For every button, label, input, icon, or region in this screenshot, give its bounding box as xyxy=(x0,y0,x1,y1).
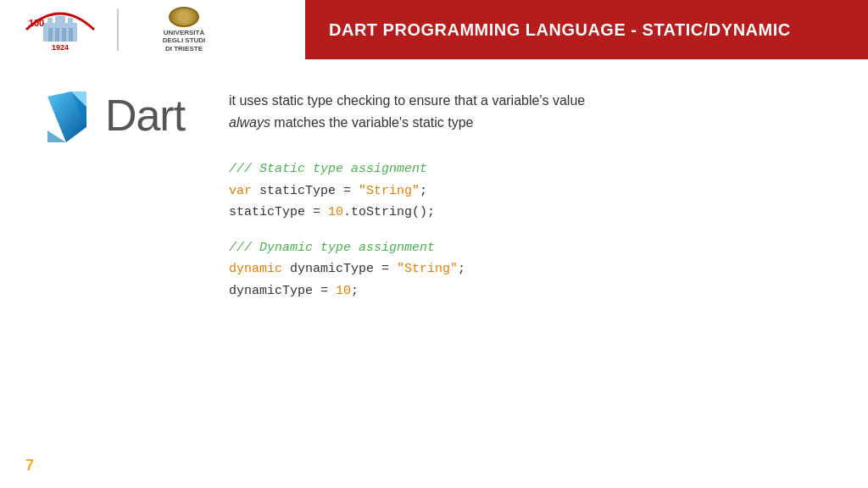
static-line1-rest: staticType = xyxy=(252,184,359,198)
right-section: it uses static type checking to ensure t… xyxy=(229,76,843,315)
dart-logo-container: Dart xyxy=(36,85,185,146)
dynamic-line2-end: ; xyxy=(351,284,359,298)
dynamic-line1-string: "String" xyxy=(397,262,458,276)
svg-text:100: 100 xyxy=(29,18,44,28)
static-line2-pre: staticType = xyxy=(229,205,328,219)
dynamic-keyword: dynamic xyxy=(229,262,282,276)
dynamic-line2: dynamicType = 10; xyxy=(229,280,843,302)
code-block: /// Static type assignment var staticTyp… xyxy=(229,158,843,315)
static-line2-method: .toString(); xyxy=(343,205,435,219)
static-line1-end: ; xyxy=(420,184,427,198)
svg-text:1924: 1924 xyxy=(52,43,69,52)
dynamic-code-section: /// Dynamic type assignment dynamic dyna… xyxy=(229,237,843,302)
dynamic-comment: /// Dynamic type assignment xyxy=(229,241,435,255)
svg-rect-5 xyxy=(48,28,53,42)
header-title: DART PROGRAMMING LANGUAGE - STATIC/DYNAM… xyxy=(329,20,791,40)
static-line1-string: "String" xyxy=(359,184,420,198)
logo-university: UNIVERSITÀ DEGLI STUDI DI TRIESTE xyxy=(129,7,239,53)
logo-divider xyxy=(117,8,119,51)
svg-rect-7 xyxy=(62,28,66,42)
svg-rect-3 xyxy=(68,18,73,25)
static-comment-line: /// Static type assignment xyxy=(229,158,843,180)
static-line1: var staticType = "String"; xyxy=(229,180,843,202)
logo-100-box: 1924 100 xyxy=(14,4,107,55)
university-name: UNIVERSITÀ DEGLI STUDI DI TRIESTE xyxy=(163,29,206,53)
svg-rect-6 xyxy=(55,28,59,42)
dart-logo-icon xyxy=(36,85,97,146)
header: 1924 100 UNIVERSITÀ DEGLI STUDI DI TRIES… xyxy=(0,0,868,59)
description-italic: always xyxy=(229,115,270,130)
header-title-bar: DART PROGRAMMING LANGUAGE - STATIC/DYNAM… xyxy=(305,0,868,59)
header-logos: 1924 100 UNIVERSITÀ DEGLI STUDI DI TRIES… xyxy=(0,4,305,55)
university-emblem xyxy=(169,7,199,27)
svg-rect-8 xyxy=(69,28,73,42)
description-text-before: it uses static type checking to ensure t… xyxy=(229,93,585,108)
page-number: 7 xyxy=(25,457,34,474)
static-comment: /// Static type assignment xyxy=(229,162,427,176)
main-content: Dart it uses static type checking to ens… xyxy=(0,59,868,332)
logo-100-icon: 1924 100 xyxy=(18,6,103,53)
description-text-after: matches the variable's static type xyxy=(270,115,474,130)
dynamic-line2-number: 10 xyxy=(336,284,351,298)
dynamic-line1-rest: dynamicType = xyxy=(282,262,397,276)
static-line2: staticType = 10.toString(); xyxy=(229,202,843,224)
svg-rect-4 xyxy=(55,16,65,25)
dart-wordmark: Dart xyxy=(105,90,185,141)
static-code-section: /// Static type assignment var staticTyp… xyxy=(229,158,843,224)
static-line2-number: 10 xyxy=(328,205,343,219)
dynamic-line1: dynamic dynamicType = "String"; xyxy=(229,258,843,280)
dynamic-line1-end: ; xyxy=(458,262,465,276)
description-paragraph: it uses static type checking to ensure t… xyxy=(229,90,593,133)
svg-rect-2 xyxy=(47,18,53,25)
left-section: Dart xyxy=(25,76,195,315)
dynamic-line2-pre: dynamicType = xyxy=(229,284,336,298)
dynamic-comment-line: /// Dynamic type assignment xyxy=(229,237,843,259)
static-var-keyword: var xyxy=(229,184,252,198)
